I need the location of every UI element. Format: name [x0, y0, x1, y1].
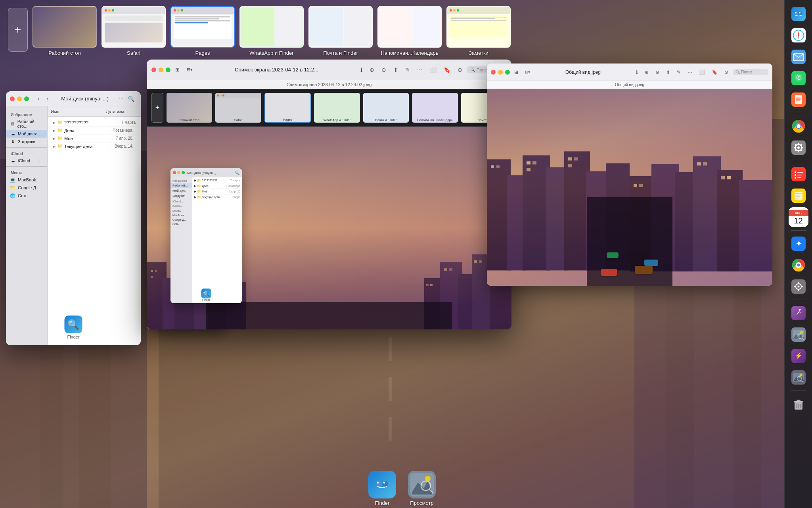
min-inner-finder[interactable]: [177, 171, 180, 174]
dock-reminders[interactable]: [789, 164, 808, 184]
mc-thumb-6[interactable]: Напоминан...Календарь: [412, 93, 458, 123]
dock-xcode[interactable]: ✦: [789, 234, 808, 254]
dock-shortcuts-2[interactable]: ⚡: [789, 346, 808, 366]
mc-thumb-1[interactable]: Рабочий стол: [167, 93, 212, 123]
preview-bottom-item[interactable]: Просмотр: [408, 471, 436, 506]
dock-system-prefs[interactable]: [789, 138, 808, 158]
space-whatsapp-finder[interactable]: WhatsApp и Finder: [239, 6, 304, 56]
dock-notes[interactable]: [789, 186, 808, 206]
bookmark-btn-np[interactable]: 🔖: [709, 69, 720, 76]
dock-system-prefs-2[interactable]: [789, 277, 808, 296]
sidebar-downloads[interactable]: ⬇ Загрузки: [6, 138, 47, 146]
file-row-4[interactable]: ▶ 📁 Текущие дела Вчера, 14...: [50, 142, 139, 150]
space-desktop[interactable]: Рабочий стол: [33, 6, 97, 56]
add-space-button[interactable]: +: [8, 8, 28, 52]
sidebar-btn2[interactable]: ⬜: [427, 66, 439, 74]
zoom-fit-btn-np[interactable]: ⊙: [722, 69, 731, 76]
inner-file-3[interactable]: ▶ 📁 Моё 7 апр. 20: [192, 189, 242, 194]
inner-sidebar-mydisk[interactable]: Мой дис...: [170, 188, 192, 193]
view-toggle-btn[interactable]: ⊟▾: [184, 66, 195, 73]
dock-shortcuts[interactable]: [789, 303, 808, 323]
finder-window-background[interactable]: ‹ › Мой диск (minyail...) ⋯ 🔍 Избранное …: [6, 91, 141, 345]
dock-finder[interactable]: [789, 4, 808, 24]
sidebar-mydisk[interactable]: ☁ Мой диск...: [6, 130, 47, 138]
forward-btn-finder-bg[interactable]: ›: [44, 95, 51, 103]
finder-bottom-item[interactable]: Finder: [368, 471, 396, 506]
add-space-mc[interactable]: +: [151, 93, 163, 123]
minimize-button-finder-bg[interactable]: [17, 96, 22, 101]
info-btn[interactable]: ℹ: [358, 66, 365, 74]
share-btn[interactable]: ⬆: [391, 66, 400, 74]
inner-sidebar-icloud[interactable]: iCloud...: [170, 204, 192, 208]
sidebar-desktop[interactable]: 🖥 Рабочий сто...: [6, 118, 47, 130]
dock-whatsapp[interactable]: ✆: [789, 68, 808, 88]
dock-chrome-2[interactable]: [789, 255, 808, 275]
dock-preview[interactable]: [789, 325, 808, 344]
nested-preview-window[interactable]: ⊞ ⊟▾ Общий вид.jpeg ℹ ⊕ ⊖ ⬆ ✎ ⋯ ⬜ 🔖 ⊙ 🔍 …: [487, 64, 772, 286]
inner-file-2[interactable]: ▶ 📁 Дела Позавчера: [192, 183, 242, 189]
inner-sidebar-google[interactable]: Google Д...: [170, 217, 192, 222]
zoom-out-btn[interactable]: ⊖: [379, 66, 389, 74]
sidebar-macbook[interactable]: 💻 MacBook...: [6, 176, 47, 184]
mc-thumb-4[interactable]: WhatsApp и Finder: [314, 93, 360, 123]
space-notes[interactable]: Заметки: [446, 6, 511, 56]
dock-safari[interactable]: [789, 25, 808, 45]
close-preview[interactable]: [151, 67, 156, 72]
full-nested-preview[interactable]: [505, 70, 510, 75]
mc-thumb-2[interactable]: Safari: [215, 93, 261, 123]
space-safari[interactable]: Safari: [102, 6, 166, 56]
space-mail-finder[interactable]: Почта и Finder: [308, 6, 373, 56]
min-preview[interactable]: [159, 67, 163, 72]
edit-btn-np[interactable]: ✎: [674, 69, 683, 76]
zoom-in-btn[interactable]: ⊕: [367, 66, 377, 74]
inner-sidebar-downloads[interactable]: Загрузки: [170, 193, 192, 198]
mc-thumb-3[interactable]: Pages: [264, 93, 311, 123]
fullscreen-button-finder-bg[interactable]: [24, 96, 29, 101]
zoom-in-btn-np[interactable]: ⊕: [642, 69, 651, 76]
back-btn-finder-bg[interactable]: ‹: [35, 95, 42, 103]
search-btn-finder-bg[interactable]: 🔍: [125, 95, 137, 103]
file-row-1[interactable]: ▶ 📁 ?????????? 7 марта: [50, 119, 139, 127]
sidebar-network[interactable]: 🌐 Сеть: [6, 192, 47, 200]
space-pages[interactable]: Pages: [170, 6, 235, 56]
dock-mail[interactable]: [789, 47, 808, 67]
dock-preview-2[interactable]: [789, 368, 808, 387]
zoom-out-btn-np[interactable]: ⊖: [653, 69, 662, 76]
mc-thumb-5[interactable]: Почта и Finder: [363, 93, 409, 123]
close-nested-preview[interactable]: [491, 70, 496, 75]
inner-file-4[interactable]: ▶ 📁 Текущие дела Вчера: [192, 194, 242, 200]
inner-finder-search-icon[interactable]: 🔍: [235, 171, 239, 175]
inner-finder-window[interactable]: Мой диск (minyail...) 🔍 Избранное Рабочи…: [170, 168, 242, 303]
sidebar-btn2-np[interactable]: ⬜: [697, 69, 707, 76]
dock-trash[interactable]: [789, 394, 808, 414]
dock-calendar[interactable]: АПР. 12: [789, 207, 808, 227]
dock-chrome[interactable]: [789, 116, 808, 136]
full-preview[interactable]: [166, 67, 170, 72]
more-btn-np[interactable]: ⋯: [685, 69, 695, 76]
inner-sidebar-network[interactable]: Сеть: [170, 222, 192, 226]
close-inner-finder[interactable]: [173, 171, 176, 174]
min-nested-preview[interactable]: [498, 70, 503, 75]
edit-btn[interactable]: ✎: [403, 66, 412, 74]
sidebar-google-drive[interactable]: 📁 Google Д...: [6, 184, 47, 192]
file-row-3[interactable]: ▶ 📁 Моё 7 апр. 20...: [50, 135, 139, 142]
inner-file-1[interactable]: ▶ 📁 ?????????? 7 марта: [192, 178, 242, 183]
sidebar-icloud[interactable]: ☁ iCloud... ◌: [6, 157, 47, 165]
file-row-2[interactable]: ▶ 📁 Дела Позавчера...: [50, 127, 139, 135]
close-button-finder-bg[interactable]: [10, 96, 15, 101]
view-btn-np[interactable]: ⊟▾: [523, 69, 532, 75]
preview-main-window[interactable]: ⊞ ⊟▾ Снимок экрана 2023-04-12 в 12.2... …: [147, 60, 511, 329]
full-inner-finder[interactable]: [182, 171, 185, 174]
dock-pages[interactable]: [789, 90, 808, 110]
share-btn-np[interactable]: ⬆: [664, 69, 672, 76]
sidebar-btn-np[interactable]: ⊞: [512, 69, 521, 76]
info-btn-np[interactable]: ℹ: [634, 69, 640, 76]
sidebar-toggle-btn[interactable]: ⊞: [173, 66, 182, 73]
inner-sidebar-disk[interactable]: Рабочий...: [170, 183, 192, 188]
space-remind-calendar[interactable]: Напоминан...Календарь: [377, 6, 442, 56]
search-bar-np[interactable]: 🔍 Поиск: [733, 69, 768, 75]
zoom-fit-btn[interactable]: ⊙: [455, 66, 465, 74]
more-btn[interactable]: ⋯: [415, 66, 425, 74]
inner-sidebar-macbook[interactable]: MacBook...: [170, 213, 192, 217]
bookmark-btn[interactable]: 🔖: [441, 66, 453, 74]
